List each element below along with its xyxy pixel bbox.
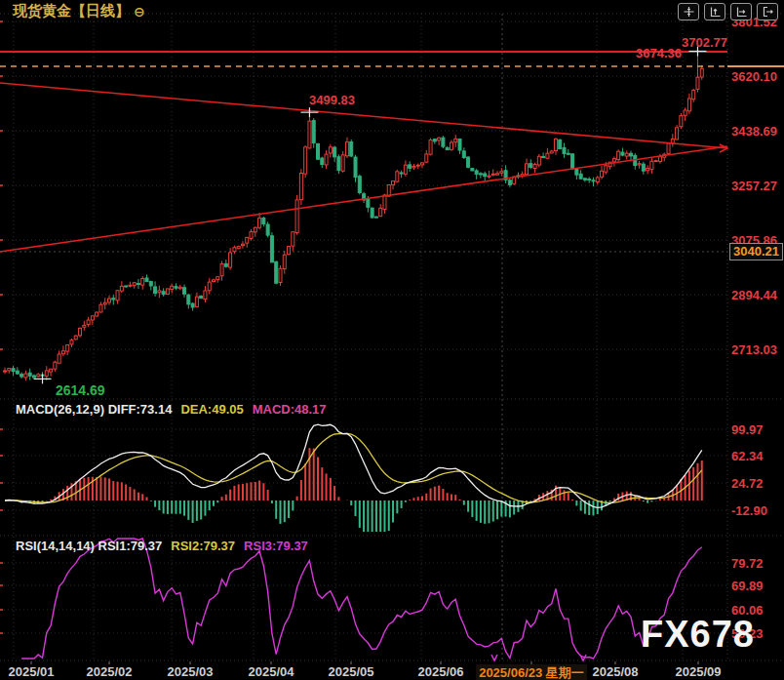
rsi3-value: RSI3:79.37: [244, 539, 308, 553]
y-axis-label: -12.90: [731, 503, 767, 518]
chart-toolbar: [678, 3, 778, 20]
x-scale-icon: [735, 6, 748, 18]
x-axis-label: 2025/01: [9, 664, 55, 679]
x-axis-label: 2025/03: [168, 664, 214, 679]
y-axis-label: 24.72: [731, 476, 764, 491]
low-price-label: 2614.69: [56, 382, 105, 398]
x-axis-label: 2025/02: [87, 664, 133, 679]
y-axis-label: 3438.69: [731, 124, 777, 139]
high-price-label: 3702.77: [682, 35, 727, 50]
watermark: FX678: [641, 614, 755, 656]
instrument-title: 现货黄金【日线】: [13, 2, 130, 20]
peak-price-label: 3499.83: [309, 93, 355, 107]
resistance-price-label: 3674.36: [636, 46, 682, 60]
x-axis-label: 2025/04: [249, 664, 294, 679]
crosshair-button[interactable]: [678, 3, 699, 20]
macd-hist-value: MACD:48.17: [253, 402, 327, 417]
x-axis-label: 2025/05: [329, 664, 374, 679]
rsi2-value: RSI2:79.37: [171, 539, 235, 553]
y-axis-label: 3620.10: [731, 69, 777, 84]
crosshair-icon: [683, 6, 695, 18]
y-scale-icon: [709, 6, 722, 18]
y-axis-label: 3257.27: [731, 179, 777, 193]
exit-button[interactable]: [757, 3, 778, 20]
rsi1-value: RSI(14,14,14) RSI1:79.37: [16, 539, 162, 553]
y-axis-label: 62.34: [731, 449, 764, 463]
y-scale-button[interactable]: [704, 3, 725, 20]
x-axis-label: 2025/06: [418, 664, 464, 679]
chart-window: 现货黄金【日线】 ⊖ 3702.77 3674.36 3499.83 2614.…: [0, 0, 784, 680]
crosshair-price-badge: 3040.21: [729, 243, 783, 260]
chart-canvas[interactable]: [0, 0, 784, 680]
y-axis-label: 2894.44: [731, 288, 777, 302]
chart-title: 现货黄金【日线】 ⊖: [13, 2, 145, 20]
y-axis-label: 2713.03: [731, 342, 777, 357]
y-axis-label: 99.97: [731, 422, 764, 437]
macd-dea-value: DEA:49.05: [180, 402, 243, 417]
x-axis-label: 2025/08: [593, 664, 639, 679]
x-axis-label-crosshair-date: 2025/06/23 星期一: [476, 664, 587, 680]
exit-icon: [762, 6, 774, 18]
x-axis-label: 2025/09: [676, 664, 722, 679]
y-axis-label: 79.72: [731, 556, 764, 571]
x-scale-button[interactable]: [730, 3, 752, 20]
y-axis-label: 69.89: [731, 579, 764, 593]
macd-header: MACD(26,12,9) DIFF:73.14DEA:49.05MACD:48…: [16, 402, 327, 417]
rsi-header: RSI(14,14,14) RSI1:79.37RSI2:79.37RSI3:7…: [16, 539, 308, 553]
macd-diff-value: MACD(26,12,9) DIFF:73.14: [16, 402, 172, 417]
collapse-icon[interactable]: ⊖: [134, 4, 145, 20]
